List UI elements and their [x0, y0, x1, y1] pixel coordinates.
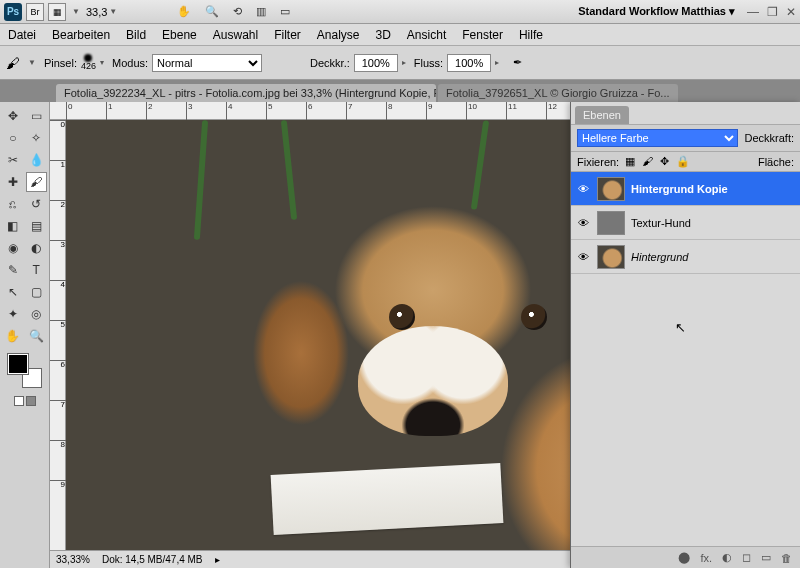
menu-bild[interactable]: Bild: [126, 28, 146, 42]
app-bar: Ps Br ▦ ▼ 33,3 ▼ ✋ 🔍 ⟲ ▥ ▭ Standard Work…: [0, 0, 800, 24]
new-layer-icon[interactable]: ▭: [761, 551, 771, 564]
layer-thumbnail[interactable]: [597, 211, 625, 235]
workspace-switcher[interactable]: Standard Workflow Matthias ▾: [578, 5, 735, 18]
airbrush-icon[interactable]: ✒: [513, 56, 522, 69]
minimize-icon[interactable]: —: [747, 5, 759, 19]
shape-tool-icon[interactable]: ▢: [26, 282, 48, 302]
hand-tool-icon[interactable]: ✋: [177, 5, 191, 18]
dog-eye: [389, 304, 415, 330]
lock-all-icon[interactable]: 🔒: [676, 155, 690, 167]
dropdown-icon[interactable]: ▼: [109, 7, 117, 16]
visibility-icon[interactable]: 👁: [575, 217, 591, 229]
color-swatches[interactable]: [8, 354, 42, 388]
eraser-tool-icon[interactable]: ◧: [2, 216, 24, 236]
arrange-icon[interactable]: ▥: [256, 5, 266, 18]
crop-tool-icon[interactable]: ✂: [2, 150, 24, 170]
rotate-view-icon[interactable]: ⟲: [233, 5, 242, 18]
layer-row[interactable]: 👁 Hintergrund Kopie: [571, 172, 800, 206]
layer-name[interactable]: Textur-Hund: [631, 217, 796, 229]
layer-row[interactable]: 👁 Textur-Hund: [571, 206, 800, 240]
flow-value[interactable]: 100%: [447, 54, 491, 72]
type-tool-icon[interactable]: T: [26, 260, 48, 280]
quickmask-icon[interactable]: [14, 396, 24, 406]
zoom-tool-icon[interactable]: 🔍: [26, 326, 48, 346]
brush-preview[interactable]: 426: [81, 54, 96, 71]
bridge-icon[interactable]: Br: [26, 3, 44, 21]
tool-preset-dropdown-icon[interactable]: ▼: [28, 58, 36, 67]
menu-datei[interactable]: Datei: [8, 28, 36, 42]
fx-icon[interactable]: fx.: [700, 552, 712, 564]
menu-ansicht[interactable]: Ansicht: [407, 28, 446, 42]
dropdown-icon[interactable]: ▾: [100, 58, 104, 67]
panel-tab-ebenen[interactable]: Ebenen: [575, 106, 629, 124]
layer-name[interactable]: Hintergrund: [631, 251, 796, 263]
screenmode-icon[interactable]: [26, 396, 36, 406]
dropdown-icon[interactable]: ▸: [215, 554, 220, 565]
hand-tool-icon[interactable]: ✋: [2, 326, 24, 346]
opacity-value[interactable]: 100%: [354, 54, 398, 72]
dodge-tool-icon[interactable]: ◐: [26, 238, 48, 258]
screen-mode-icon[interactable]: ▭: [280, 5, 290, 18]
pen-tool-icon[interactable]: ✎: [2, 260, 24, 280]
options-bar: 🖌 ▼ Pinsel: 426 ▾ Modus: Normal Deckkr.:…: [0, 46, 800, 80]
delete-layer-icon[interactable]: 🗑: [781, 552, 792, 564]
visibility-icon[interactable]: 👁: [575, 183, 591, 195]
lock-transparency-icon[interactable]: ▦: [625, 155, 635, 167]
brush-tool-icon[interactable]: 🖌: [26, 172, 48, 192]
layer-thumbnail[interactable]: [597, 245, 625, 269]
marquee-tool-icon[interactable]: ▭: [26, 106, 48, 126]
layer-thumbnail[interactable]: [597, 177, 625, 201]
foreground-color[interactable]: [8, 354, 28, 374]
visibility-icon[interactable]: 👁: [575, 251, 591, 263]
lock-position-icon[interactable]: ✥: [660, 155, 669, 167]
dropdown-icon[interactable]: ▸: [495, 58, 499, 67]
menu-hilfe[interactable]: Hilfe: [519, 28, 543, 42]
ruler-vertical[interactable]: 0123456789: [50, 120, 66, 568]
menu-ebene[interactable]: Ebene: [162, 28, 197, 42]
brush-tool-icon[interactable]: 🖌: [6, 55, 20, 71]
lock-pixels-icon[interactable]: 🖌: [642, 155, 653, 167]
tab-active[interactable]: Fotolia_3922234_XL - pitrs - Fotolia.com…: [56, 84, 436, 102]
dropdown-icon: ▼: [72, 7, 80, 16]
history-brush-icon[interactable]: ↺: [26, 194, 48, 214]
link-layers-icon[interactable]: ⬤: [678, 551, 690, 564]
close-icon[interactable]: ✕: [786, 5, 796, 19]
menu-bearbeiten[interactable]: Bearbeiten: [52, 28, 110, 42]
minibridge-icon[interactable]: ▦: [48, 3, 66, 21]
restore-icon[interactable]: ❐: [767, 5, 778, 19]
menu-filter[interactable]: Filter: [274, 28, 301, 42]
mask-icon[interactable]: ◐: [722, 551, 732, 564]
lock-icons: ▦ 🖌 ✥ 🔒: [625, 155, 694, 168]
move-tool-icon[interactable]: ✥: [2, 106, 24, 126]
dropdown-icon[interactable]: ▸: [402, 58, 406, 67]
tab-inactive[interactable]: Fotolia_3792651_XL © Giorgio Gruizza - F…: [438, 84, 678, 102]
path-tool-icon[interactable]: ↖: [2, 282, 24, 302]
doc-size-label: Dok:: [102, 554, 123, 565]
menu-analyse[interactable]: Analyse: [317, 28, 360, 42]
layer-opacity-label: Deckkraft:: [744, 132, 794, 144]
adjustment-icon[interactable]: ◻: [742, 551, 751, 564]
layer-row[interactable]: 👁 Hintergrund: [571, 240, 800, 274]
eyedropper-tool-icon[interactable]: 💧: [26, 150, 48, 170]
menu-fenster[interactable]: Fenster: [462, 28, 503, 42]
3d-camera-icon[interactable]: ◎: [26, 304, 48, 324]
gradient-tool-icon[interactable]: ▤: [26, 216, 48, 236]
blur-tool-icon[interactable]: ◉: [2, 238, 24, 258]
blend-mode-select[interactable]: Normal: [152, 54, 262, 72]
healing-tool-icon[interactable]: ✚: [2, 172, 24, 192]
grass: [471, 120, 489, 210]
stamp-tool-icon[interactable]: ⎌: [2, 194, 24, 214]
zoom-tool-icon[interactable]: 🔍: [205, 5, 219, 18]
photoshop-icon[interactable]: Ps: [4, 3, 22, 21]
wand-tool-icon[interactable]: ✧: [26, 128, 48, 148]
layer-blend-mode-select[interactable]: Hellere Farbe: [577, 129, 738, 147]
newspaper: [270, 463, 503, 535]
doc-size-value: 14,5 MB/47,4 MB: [125, 554, 202, 565]
menu-3d[interactable]: 3D: [376, 28, 391, 42]
layer-name[interactable]: Hintergrund Kopie: [631, 183, 796, 195]
zoom-level[interactable]: 33,3: [86, 6, 107, 18]
3d-tool-icon[interactable]: ✦: [2, 304, 24, 324]
menu-auswahl[interactable]: Auswahl: [213, 28, 258, 42]
lasso-tool-icon[interactable]: ○: [2, 128, 24, 148]
status-zoom[interactable]: 33,33%: [56, 554, 90, 565]
